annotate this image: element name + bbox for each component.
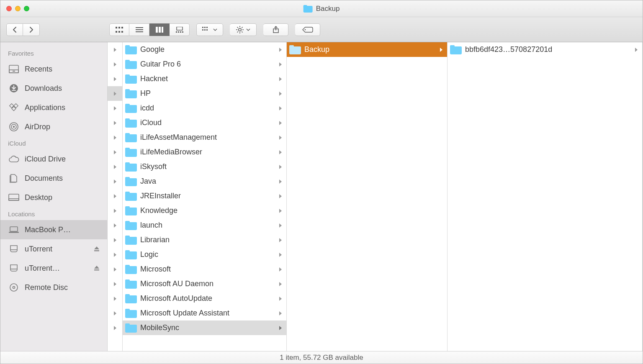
list-item[interactable]: iLifeMediaBrowser — [123, 145, 286, 159]
eject-icon[interactable] — [94, 265, 100, 271]
column0-arrow[interactable] — [108, 189, 122, 203]
disk-icon — [8, 264, 20, 273]
column0-arrow[interactable] — [108, 291, 122, 306]
sidebar-item-utorrent-[interactable]: uTorrent… — [0, 259, 107, 278]
sidebar-item-label: Applications — [25, 103, 100, 112]
sidebar-item-downloads[interactable]: Downloads — [0, 79, 107, 98]
list-item[interactable]: Google — [123, 42, 286, 57]
sidebar-item-recents[interactable]: Recents — [0, 59, 107, 79]
chevron-right-icon — [279, 282, 282, 287]
list-item[interactable]: bbfb6df423…570827201d — [448, 42, 642, 57]
folder-icon — [125, 45, 137, 54]
list-item[interactable]: Logic — [123, 247, 286, 262]
svg-rect-10 — [159, 27, 161, 33]
titlebar[interactable]: Backup — [0, 0, 643, 17]
list-item[interactable]: Microsoft AutoUpdate — [123, 291, 286, 306]
list-item[interactable]: HP — [123, 86, 286, 101]
column0-arrow[interactable] — [108, 277, 122, 291]
svg-rect-9 — [156, 27, 158, 33]
list-item[interactable]: Backup — [287, 42, 447, 57]
list-item[interactable]: iSkysoft — [123, 159, 286, 174]
chevron-right-icon — [279, 106, 282, 111]
sidebar-item-utorrent[interactable]: uTorrent — [0, 239, 107, 259]
svg-rect-42 — [9, 194, 19, 200]
back-button[interactable] — [6, 23, 23, 36]
optical-icon — [8, 283, 20, 292]
icon-view-button[interactable] — [109, 23, 129, 36]
chevron-right-icon — [279, 208, 282, 213]
list-item[interactable]: Librarian — [123, 233, 286, 247]
column0-arrow[interactable] — [108, 233, 122, 247]
gallery-view-button[interactable] — [170, 23, 190, 36]
sidebar-item-macbook-p-[interactable]: MacBook P… — [0, 220, 107, 239]
list-item[interactable]: Java — [123, 174, 286, 189]
status-bar: 1 item, 55.72 GB available — [0, 351, 643, 364]
svg-rect-0 — [116, 27, 117, 28]
sidebar-item-remote-disc[interactable]: Remote Disc — [0, 278, 107, 297]
column-3[interactable]: bbfb6df423…570827201d — [448, 42, 643, 351]
column-1[interactable]: GoogleGuitar Pro 6HacknetHPicddiCloudiLi… — [123, 42, 287, 351]
chevron-right-icon — [279, 296, 282, 301]
list-item[interactable]: Guitar Pro 6 — [123, 57, 286, 72]
chevron-right-icon — [279, 267, 282, 272]
sidebar-item-label: Downloads — [25, 84, 100, 93]
list-item[interactable]: MobileSync — [123, 320, 286, 335]
finder-window: Backup — [0, 0, 643, 364]
sidebar-item-icloud-drive[interactable]: iCloud Drive — [0, 149, 107, 169]
list-item[interactable]: JREInstaller — [123, 189, 286, 203]
list-item[interactable]: iCloud — [123, 115, 286, 130]
tags-button[interactable] — [295, 23, 320, 36]
svg-point-51 — [13, 287, 15, 289]
list-item[interactable]: iLifeAssetManagement — [123, 130, 286, 145]
action-button[interactable] — [230, 23, 257, 36]
list-item[interactable]: Microsoft — [123, 262, 286, 277]
item-name: icdd — [140, 104, 154, 113]
list-item[interactable]: Microsoft AU Daemon — [123, 277, 286, 291]
column0-arrow[interactable] — [108, 115, 122, 130]
column0-arrow[interactable] — [108, 218, 122, 233]
sidebar-item-applications[interactable]: Applications — [0, 98, 107, 117]
list-item[interactable]: launch — [123, 218, 286, 233]
column0-arrow[interactable] — [108, 203, 122, 218]
column0-arrow[interactable] — [108, 86, 122, 101]
folder-icon — [125, 60, 137, 69]
column0-arrow[interactable] — [108, 262, 122, 277]
column0-arrow[interactable] — [108, 72, 122, 86]
sidebar-item-airdrop[interactable]: AirDrop — [0, 117, 107, 136]
svg-point-33 — [304, 29, 306, 30]
folder-icon — [125, 74, 137, 84]
chevron-right-icon — [279, 194, 282, 199]
share-button[interactable] — [263, 23, 288, 36]
item-name: iCloud — [140, 118, 162, 127]
column0-arrow[interactable] — [108, 101, 122, 115]
list-item[interactable]: Microsoft Update Assistant — [123, 306, 286, 320]
minimize-button[interactable] — [15, 6, 21, 11]
folder-icon — [450, 45, 462, 54]
column0-arrow[interactable] — [108, 320, 122, 335]
column0-arrow[interactable] — [108, 306, 122, 320]
column0-arrow[interactable] — [108, 145, 122, 159]
sidebar-item-documents[interactable]: Documents — [0, 169, 107, 188]
column0-arrow[interactable] — [108, 159, 122, 174]
column0-arrow[interactable] — [108, 130, 122, 145]
column0-arrow[interactable] — [108, 247, 122, 262]
column0-arrow[interactable] — [108, 57, 122, 72]
group-icon — [202, 27, 211, 33]
forward-button[interactable] — [23, 23, 40, 36]
sidebar-item-desktop[interactable]: Desktop — [0, 188, 107, 207]
grid-icon — [116, 27, 123, 33]
column-0[interactable] — [108, 42, 123, 351]
column-view-button[interactable] — [149, 23, 170, 36]
column0-arrow[interactable] — [108, 42, 122, 57]
column-2[interactable]: Backup — [287, 42, 448, 351]
column0-arrow[interactable] — [108, 174, 122, 189]
folder-icon — [125, 250, 137, 259]
list-item[interactable]: Hacknet — [123, 72, 286, 86]
list-view-button[interactable] — [129, 23, 149, 36]
close-button[interactable] — [6, 6, 12, 11]
zoom-button[interactable] — [24, 6, 29, 11]
list-item[interactable]: icdd — [123, 101, 286, 115]
group-by-button[interactable] — [196, 23, 223, 36]
eject-icon[interactable] — [94, 246, 100, 252]
list-item[interactable]: Knowledge — [123, 203, 286, 218]
